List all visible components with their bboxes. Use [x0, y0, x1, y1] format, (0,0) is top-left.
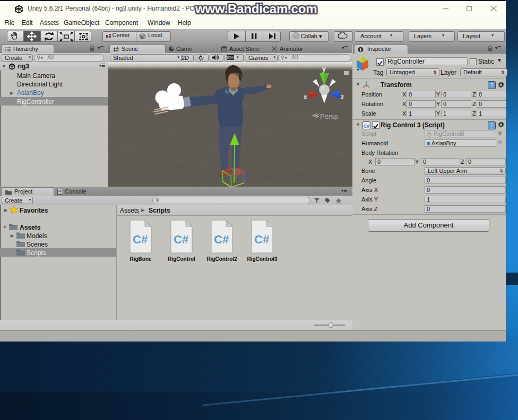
svg-text:z: z	[341, 93, 344, 101]
svg-text:C#: C#	[364, 124, 370, 129]
svg-text:x: x	[304, 93, 307, 101]
svg-text:Persp: Persp	[320, 112, 338, 120]
svg-text:y: y	[322, 65, 326, 73]
